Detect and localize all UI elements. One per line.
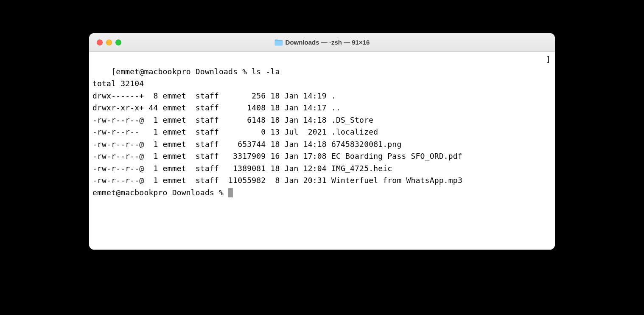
listing-row: -rw-r--r--@ 1 emmet staff 6148 18 Jan 14… (92, 114, 552, 127)
cursor (228, 188, 233, 197)
total-line: total 32104 (92, 78, 552, 90)
listing-row: -rw-r--r--@ 1 emmet staff 653744 18 Jan … (92, 138, 552, 151)
listing-row: -rw-r--r--@ 1 emmet staff 1389081 18 Jan… (92, 163, 552, 175)
traffic-lights (89, 39, 121, 45)
bracket-left: [ (111, 67, 116, 76)
prompt-text: emmet@macbookpro Downloads % (116, 67, 252, 76)
close-button[interactable] (97, 39, 103, 45)
listing-row: -rw-r--r--@ 1 emmet staff 11055982 8 Jan… (92, 174, 552, 187)
listing-row: drwx------+ 8 emmet staff 256 18 Jan 14:… (92, 90, 552, 102)
listing-row: drwxr-xr-x+ 44 emmet staff 1408 18 Jan 1… (92, 102, 552, 114)
terminal-body[interactable]: [emmet@macbookpro Downloads % ls -la] to… (89, 52, 555, 250)
prompt-text-2: emmet@macbookpro Downloads % (92, 188, 228, 197)
window-title: Downloads — -zsh — 91×16 (286, 39, 370, 46)
maximize-button[interactable] (115, 39, 121, 45)
minimize-button[interactable] (106, 39, 112, 45)
folder-icon (274, 39, 283, 46)
terminal-window: Downloads — -zsh — 91×16 [emmet@macbookp… (89, 33, 555, 250)
bracket-right: ] (546, 53, 551, 66)
listing-row: -rw-r--r-- 1 emmet staff 0 13 Jul 2021 .… (92, 126, 552, 138)
listing-row: -rw-r--r--@ 1 emmet staff 3317909 16 Jan… (92, 150, 552, 163)
title-bar[interactable]: Downloads — -zsh — 91×16 (89, 33, 555, 52)
command-text: ls -la (252, 67, 280, 76)
